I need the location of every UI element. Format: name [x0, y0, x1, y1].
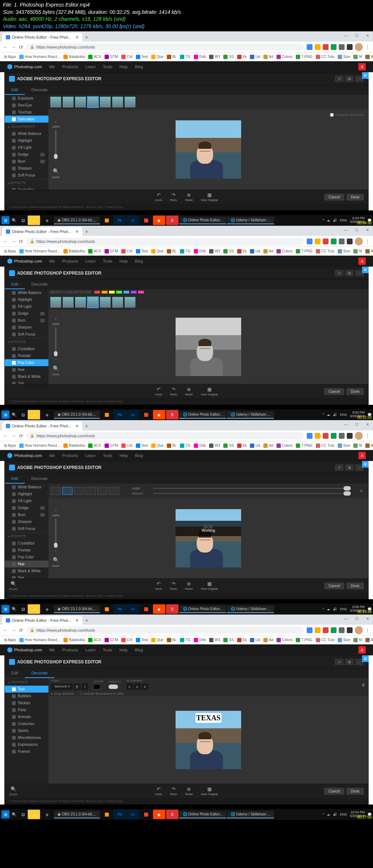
bookmark-item[interactable]: CC Tuts	[315, 637, 335, 643]
bookmark-item[interactable]: Crit	[120, 637, 134, 643]
photoshop-logo[interactable]: Photoshop.com	[7, 259, 42, 264]
bookmark-item[interactable]: TG	[179, 443, 192, 449]
ps-app-icon[interactable]: Ps	[114, 410, 126, 419]
chrome-app-2[interactable]: 🌐 Udemy / Skillshare ...	[227, 217, 274, 224]
zoom-slider[interactable]: +100% −🔍Zoom	[52, 120, 59, 179]
nav-me[interactable]: Me	[49, 648, 55, 652]
lr-app-icon[interactable]: Lr	[127, 410, 139, 419]
cancel-button[interactable]: Cancel	[324, 388, 344, 395]
bookmark-item[interactable]: W3	[208, 54, 221, 60]
extension-icon[interactable]	[339, 239, 345, 244]
bold-button[interactable]: B	[74, 683, 81, 690]
done-button[interactable]: Done	[346, 388, 364, 395]
bookmark-item[interactable]: CC Tuts	[315, 248, 335, 254]
tool-crystallize[interactable]: Crystallize	[5, 186, 48, 190]
reset-button[interactable]: ⊗Reset	[185, 387, 193, 396]
nav-blog[interactable]: Blog	[135, 65, 143, 69]
tool-tint[interactable]: Tint	[5, 574, 48, 578]
obs-app[interactable]: ◉ OBS 23.1.0 (64-bit,...	[54, 411, 100, 419]
tool-redeye[interactable]: Red-Eye	[5, 102, 48, 109]
bookmark-item[interactable]: Size	[337, 54, 351, 60]
tool-crystallize[interactable]: Crystallize	[5, 345, 48, 352]
tool-fill-light[interactable]: Fill Light	[5, 144, 48, 151]
extension-icon[interactable]	[315, 627, 321, 633]
bookmark-item[interactable]: BL	[166, 54, 178, 60]
browser-tab[interactable]: Online Photo Editor - Free Phot... ✕	[2, 422, 82, 430]
nav-products[interactable]: Products	[62, 65, 78, 69]
minimize-button[interactable]: —	[340, 31, 351, 39]
bookmark-item[interactable]: Test	[135, 637, 149, 643]
tray-wifi-icon[interactable]: 🔊	[333, 413, 337, 416]
app-icon[interactable]: ◉	[41, 604, 53, 614]
redo-button[interactable]: ↷Redo	[170, 581, 177, 590]
reset-button[interactable]: ⊗Reset	[185, 581, 193, 590]
lr-app-icon[interactable]: Lr	[127, 810, 139, 819]
color-swatch[interactable]	[101, 290, 108, 294]
tool-white_balance[interactable]: White Balance	[5, 484, 48, 491]
bookmark-item[interactable]: M	[352, 637, 363, 643]
bookmark-item[interactable]: SS	[222, 54, 235, 60]
obs-app[interactable]: ◉ OBS 23.1.0 (64-bit,...	[54, 217, 100, 224]
editor-close-button[interactable]: ✕	[362, 655, 369, 662]
explorer-icon[interactable]: 📁	[28, 810, 40, 819]
search-icon[interactable]: 🔍	[10, 810, 18, 818]
extension-icon[interactable]	[315, 44, 321, 50]
bookmark-item[interactable]: T-PNG	[295, 637, 314, 643]
menu-icon[interactable]: ⋮	[365, 239, 370, 244]
undo-button[interactable]: ↶Undo	[155, 581, 162, 590]
adobe-logo[interactable]: A	[358, 452, 366, 459]
bookmark-item[interactable]: GTM	[103, 637, 119, 643]
bookmark-item[interactable]: T-PNG	[295, 54, 314, 60]
tool-tint[interactable]: Tint	[5, 380, 48, 384]
bookmark-item[interactable]: Que	[150, 54, 165, 60]
bookmark-item[interactable]: TG	[179, 248, 192, 254]
lr-app-icon[interactable]: Lr	[127, 604, 139, 614]
extension-icon[interactable]	[307, 44, 313, 50]
color-swatch[interactable]	[130, 290, 137, 294]
tool-animals[interactable]: Animals	[5, 713, 48, 720]
task-view-icon[interactable]: ⊡	[19, 216, 27, 224]
extension-icon[interactable]	[323, 44, 329, 50]
nav-blog[interactable]: Blog	[135, 259, 143, 263]
distort-preset[interactable]	[97, 487, 107, 495]
bookmark-item[interactable]: GTM	[103, 54, 119, 60]
bookmark-item[interactable]: CC Tuts	[315, 54, 335, 60]
extension-icon[interactable]	[331, 239, 337, 244]
bookmark-item[interactable]: Balabolka	[62, 54, 86, 60]
distort-preset[interactable]	[62, 487, 72, 495]
bookmark-item[interactable]: Ud	[249, 637, 261, 643]
bookmark-item[interactable]: TG	[179, 54, 192, 60]
app-icon[interactable]: ◉	[41, 216, 53, 225]
tool-sharpen[interactable]: Sharpen	[5, 324, 48, 331]
nav-blog[interactable]: Blog	[135, 648, 143, 652]
tool-highlight[interactable]: Highlight	[5, 491, 48, 497]
adobe-logo[interactable]: A	[358, 63, 366, 70]
bookmark-item[interactable]: Drib	[193, 637, 207, 643]
apps-button[interactable]: ⊞ Apps	[3, 54, 17, 59]
bookmark-item[interactable]: Que	[150, 637, 165, 643]
lr-app-icon[interactable]: Lr	[127, 216, 139, 225]
canvas[interactable]: +100% −🔍Zoom	[48, 109, 368, 190]
app-icon[interactable]: ◉	[153, 410, 165, 419]
tool-white-balance[interactable]: White Balance	[5, 130, 48, 137]
bookmark-item[interactable]: Size	[337, 443, 351, 449]
editor-close-button[interactable]: ✕	[362, 461, 369, 468]
extension-icon[interactable]	[315, 433, 321, 439]
maximize-button[interactable]: ☐	[351, 420, 362, 428]
extension-icon[interactable]	[339, 433, 345, 439]
bookmark-item[interactable]: Balabolka	[62, 637, 86, 643]
opacity-slider[interactable]	[109, 685, 118, 689]
forward-button[interactable]: →	[11, 239, 16, 244]
photoshop-logo[interactable]: Photoshop.com	[7, 64, 42, 69]
forward-button[interactable]: →	[11, 44, 16, 50]
app-icon[interactable]: 🟥	[140, 410, 152, 419]
bookmark-item[interactable]: BL	[166, 443, 178, 449]
tray-cloud-icon[interactable]: ☁	[327, 413, 330, 416]
nav-help[interactable]: Help	[119, 453, 128, 458]
align-center[interactable]: ≡	[134, 683, 141, 690]
bookmark-item[interactable]: Ad	[262, 637, 274, 643]
undo-button[interactable]: ↶Undo	[155, 192, 162, 202]
tray-wifi-icon[interactable]: 🔊	[333, 607, 337, 611]
tool-touchup[interactable]: Touchup	[5, 109, 48, 116]
tool-highlight[interactable]: Highlight	[5, 296, 48, 303]
